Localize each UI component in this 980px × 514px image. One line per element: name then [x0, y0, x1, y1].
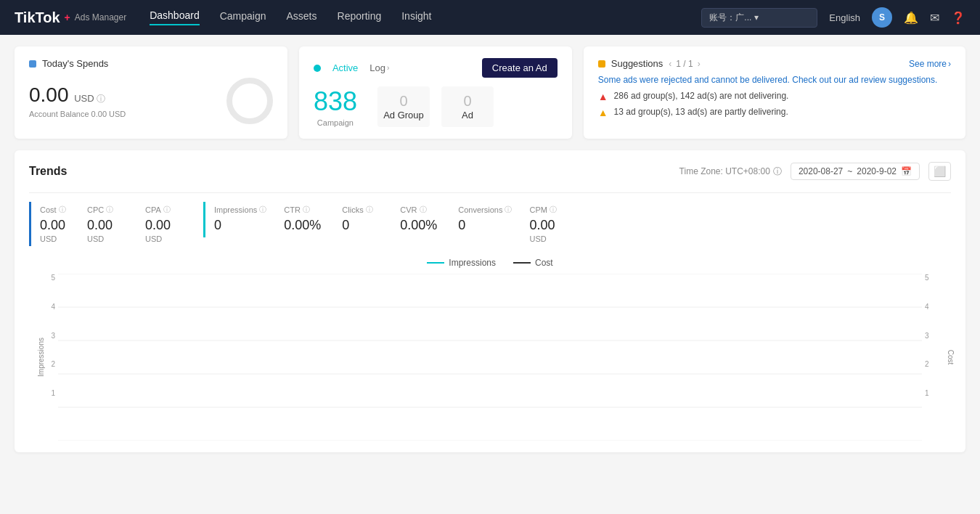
metric-clicks-label: Clicks ⓘ — [342, 205, 383, 215]
metric-impressions-info[interactable]: ⓘ — [259, 205, 266, 215]
chart-svg — [58, 274, 922, 441]
trends-section: Trends Time Zone: UTC+08:00 ⓘ 2020-08-27… — [15, 150, 965, 452]
y-left-3: 3 — [51, 332, 58, 340]
metric-impressions-label: Impressions ⓘ — [214, 205, 266, 215]
trends-title: Trends — [29, 165, 67, 178]
metric-cpc-value: 0.00 — [87, 218, 128, 233]
nav-assets[interactable]: Assets — [287, 10, 317, 25]
see-more-link[interactable]: See more › — [909, 59, 951, 69]
legend-impressions-label: Impressions — [449, 258, 496, 268]
notification-icon[interactable]: 🔔 — [904, 11, 918, 25]
metric-cost: Cost ⓘ 0.00 USD — [29, 202, 87, 246]
spends-info-icon[interactable]: ⓘ — [97, 94, 105, 104]
suggestions-card: Suggestions ‹ 1 / 1 › See more › Some ad… — [584, 46, 965, 139]
metric-clicks-info[interactable]: ⓘ — [366, 205, 373, 215]
campaign-stat: 838 Campaign — [314, 86, 372, 127]
suggestion-item-1: ▲ 286 ad group(s), 142 ad(s) are not del… — [598, 91, 951, 102]
alert-red-icon: ▲ — [598, 91, 608, 102]
legend-impressions: Impressions — [427, 258, 496, 268]
metric-cvr: CVR ⓘ 0.00% — [400, 202, 458, 236]
ad-label: Ad — [462, 110, 473, 121]
metric-cpa-info[interactable]: ⓘ — [163, 205, 171, 215]
log-tab-label: Log — [369, 62, 385, 73]
metric-cpm-unit: USD — [529, 234, 570, 243]
top-cards: Today's Spends 0.00 USD ⓘ Account Balanc… — [15, 46, 965, 139]
suggestions-title-row: Suggestions ‹ 1 / 1 › — [598, 58, 701, 69]
pagination-count: 1 / 1 — [676, 59, 693, 69]
cost-vertical-label: Cost — [947, 350, 955, 365]
timezone-info-icon[interactable]: ⓘ — [773, 166, 782, 178]
metric-cpa-value: 0.00 — [145, 218, 186, 233]
suggestion-text-2: 13 ad group(s), 13 ad(s) are partly deli… — [614, 107, 788, 117]
see-more-text: See more — [909, 59, 947, 69]
topnav: TikTok+ Ads Manager Dashboard Campaign A… — [0, 0, 980, 35]
see-more-chevron-icon: › — [948, 59, 951, 69]
campaign-label: Campaign — [314, 118, 357, 127]
nav-insight[interactable]: Insight — [401, 10, 431, 25]
metric-conversions-label: Conversions ⓘ — [458, 205, 512, 215]
nav-links: Dashboard Campaign Assets Reporting Insi… — [150, 9, 678, 25]
y-right-5: 5 — [922, 274, 929, 282]
calendar-icon: 📅 — [901, 166, 912, 176]
help-icon[interactable]: ❓ — [951, 11, 965, 25]
export-button[interactable]: ⬜ — [928, 162, 951, 181]
chart-area: Impressions 5 4 3 2 1 0 — [29, 274, 951, 441]
spends-amount: 0.00 USD ⓘ Account Balance 0.00 USD — [29, 83, 126, 118]
y-right-1: 1 — [922, 389, 929, 397]
metric-ctr: CTR ⓘ 0.00% — [284, 202, 342, 236]
metric-cpa-unit: USD — [145, 234, 186, 243]
suggestion-item-2: ▲ 13 ad group(s), 13 ad(s) are partly de… — [598, 107, 951, 118]
trends-header: Trends Time Zone: UTC+08:00 ⓘ 2020-08-27… — [29, 162, 951, 181]
pagination-next[interactable]: › — [698, 59, 701, 69]
account-selector[interactable]: 账号：广... ▾ — [701, 8, 817, 28]
metric-cpm-label: CPM ⓘ — [529, 205, 570, 215]
active-tab[interactable]: Active — [332, 62, 358, 73]
spends-value: 0.00 — [29, 83, 69, 106]
spends-icon — [29, 60, 36, 68]
legend-cost: Cost — [513, 258, 553, 268]
metric-cpm-info[interactable]: ⓘ — [550, 205, 557, 215]
main-content: Today's Spends 0.00 USD ⓘ Account Balanc… — [0, 35, 980, 464]
metric-cpc-info[interactable]: ⓘ — [106, 205, 113, 215]
create-ad-button[interactable]: Create an Ad — [482, 58, 558, 78]
metric-cpa-label: CPA ⓘ — [145, 205, 186, 215]
metric-conversions-info[interactable]: ⓘ — [505, 205, 512, 215]
metric-cpm: CPM ⓘ 0.00 USD — [529, 202, 587, 246]
spends-body: 0.00 USD ⓘ Account Balance 0.00 USD — [29, 78, 273, 124]
logo-text: TikTok — [15, 9, 60, 26]
ad-group-num: 0 — [399, 93, 407, 110]
log-chevron-icon: › — [387, 64, 389, 72]
date-separator: ~ — [847, 166, 852, 176]
metric-cvr-info[interactable]: ⓘ — [420, 205, 427, 215]
metric-cost-info[interactable]: ⓘ — [59, 205, 66, 215]
avatar[interactable]: S — [872, 7, 892, 28]
nav-dashboard[interactable]: Dashboard — [150, 9, 200, 25]
y-left-4: 4 — [51, 303, 58, 311]
active-card: Active Log › Create an Ad 838 Campaign 0… — [299, 46, 572, 139]
logo: TikTok+ Ads Manager — [15, 9, 126, 26]
log-tab[interactable]: Log › — [369, 62, 389, 73]
metric-cpc-label: CPC ⓘ — [87, 205, 128, 215]
campaign-num: 838 — [314, 86, 357, 117]
spends-donut-chart — [226, 78, 273, 124]
metric-ctr-value: 0.00% — [284, 218, 324, 233]
metric-ctr-info[interactable]: ⓘ — [303, 205, 310, 215]
language-selector[interactable]: English — [829, 12, 860, 23]
alert-yellow-icon: ▲ — [598, 107, 608, 118]
date-from: 2020-08-27 — [799, 166, 843, 176]
metrics-row: Cost ⓘ 0.00 USD CPC ⓘ 0.00 USD CPA ⓘ — [29, 192, 951, 246]
nav-right: 账号：广... ▾ English S 🔔 ✉ ❓ — [701, 7, 965, 28]
metric-conversions: Conversions ⓘ 0 — [458, 202, 529, 236]
nav-campaign[interactable]: Campaign — [220, 10, 266, 25]
nav-reporting[interactable]: Reporting — [338, 10, 382, 25]
date-range-picker[interactable]: 2020-08-27 ~ 2020-9-02 📅 — [791, 163, 920, 180]
mail-icon[interactable]: ✉ — [930, 11, 939, 25]
active-stats: 838 Campaign 0 Ad Group 0 Ad — [314, 86, 558, 127]
y-right-2: 2 — [922, 360, 929, 368]
metric-cpc-unit: USD — [87, 234, 128, 243]
account-balance: Account Balance 0.00 USD — [29, 110, 126, 118]
suggestions-title: Suggestions — [611, 58, 663, 69]
chart-canvas-area — [58, 274, 922, 441]
legend-cost-label: Cost — [535, 258, 553, 268]
pagination-prev[interactable]: ‹ — [669, 59, 671, 69]
